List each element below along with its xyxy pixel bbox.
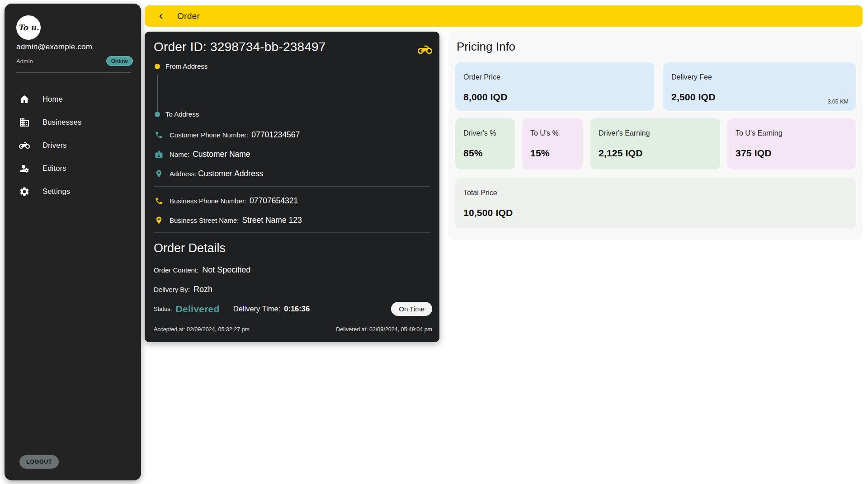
card-label: Delivery Fee [671, 73, 847, 81]
distance-note: 3.05 KM [827, 99, 849, 105]
pricing-panel: Pricing Info Order Price 8,000 IQD Deliv… [448, 31, 862, 240]
phone-icon [155, 197, 163, 205]
delivery-time-label: Delivery Time: [233, 305, 281, 313]
home-icon [19, 94, 30, 105]
delivered-at-text: Delivered at: 02/09/2024, 05:49:04 pm [336, 326, 432, 333]
logout-button[interactable]: LOGOUT [19, 455, 59, 469]
sidebar-item-drivers[interactable]: Drivers [5, 134, 141, 157]
card-label: Order Price [463, 73, 645, 81]
location-pin-icon [155, 169, 163, 178]
sidebar-item-settings[interactable]: Settings [5, 180, 141, 203]
sidebar-nav: Home Businesses Drivers Editors Settings [5, 88, 141, 203]
order-content-value: Not Specified [202, 265, 250, 275]
order-content-label: Order Content: [154, 266, 198, 274]
pricing-title: Pricing Info [457, 40, 515, 54]
badge-icon [155, 150, 163, 159]
delivery-time-value: 0:16:36 [284, 305, 310, 313]
from-address-row: From Address [155, 62, 208, 70]
card-label: Driver's % [463, 129, 506, 137]
customer-phone-label: Customer Phone Number: [170, 131, 248, 139]
card-value: 2,125 IQD [599, 148, 711, 159]
from-address-label: From Address [165, 62, 208, 70]
person-gear-icon [19, 163, 30, 174]
driver-percent-card: Driver's % 85% [455, 118, 515, 169]
sidebar-item-label: Editors [42, 164, 66, 173]
card-value: 85% [463, 148, 506, 159]
card-value: 2,500 IQD [671, 92, 847, 103]
building-icon [19, 117, 30, 128]
delivery-fee-card: Delivery Fee 2,500 IQD 3.05 KM [663, 62, 856, 111]
business-street-value: Street Name 123 [242, 216, 302, 225]
on-time-badge: On Time [391, 302, 432, 316]
back-button[interactable] [155, 10, 167, 23]
business-phone-value: 07707654321 [250, 196, 298, 206]
logo-text: To u. [18, 23, 39, 32]
business-phone-label: Business Phone Number: [170, 197, 246, 205]
order-details-title: Order Details [154, 241, 226, 255]
tou-earning-card: To U's Earning 375 IQD [727, 118, 856, 169]
sidebar-divider [16, 72, 131, 73]
card-label: To U's % [530, 129, 574, 137]
sidebar-item-label: Drivers [42, 141, 67, 150]
to-address-row: To Address [155, 110, 199, 118]
customer-address-label: Address: [170, 170, 196, 178]
timestamps-row: Accepted at: 02/09/2024, 05:32:27 pm Del… [154, 326, 432, 333]
customer-name-row: Name: Customer Name [155, 148, 250, 160]
phone-icon [155, 131, 163, 139]
card-value: 15% [530, 148, 574, 159]
delivery-by-label: Delivery By: [154, 286, 190, 293]
order-id-value: 3298734-bb-238497 [210, 40, 326, 54]
status-row: Status: Delivered Delivery Time: 0:16:36… [154, 302, 432, 316]
status-label: Status: [154, 305, 172, 312]
gear-icon [19, 186, 30, 197]
divider [154, 186, 430, 187]
to-address-dot-icon [155, 112, 160, 117]
business-street-row: Business Street Name: Street Name 123 [155, 214, 302, 226]
divider [154, 232, 430, 233]
card-value: 8,000 IQD [463, 92, 645, 103]
sidebar-item-label: Businesses [42, 118, 81, 127]
sidebar: To u. admin@example.com Admin Online Hom… [5, 4, 141, 480]
business-street-label: Business Street Name: [170, 216, 239, 224]
sidebar-item-businesses[interactable]: Businesses [5, 111, 141, 134]
sidebar-item-editors[interactable]: Editors [5, 157, 141, 180]
chevron-left-icon [157, 12, 165, 20]
order-id-title: Order ID: 3298734-bb-238497 [154, 40, 326, 54]
motorcycle-icon [19, 140, 30, 151]
sidebar-item-label: Home [42, 95, 63, 103]
card-value: 375 IQD [736, 148, 847, 159]
customer-name-value: Customer Name [193, 150, 250, 159]
delivery-by-value: Rozh [193, 285, 212, 294]
order-content-row: Order Content: Not Specified [154, 265, 250, 275]
user-role: Admin [16, 58, 33, 65]
user-email: admin@example.com [16, 42, 92, 52]
accepted-at-text: Accepted at: 02/09/2024, 05:32:27 pm [154, 326, 250, 333]
sidebar-item-home[interactable]: Home [5, 88, 141, 111]
location-pin-icon [155, 216, 163, 225]
order-price-card: Order Price 8,000 IQD [455, 62, 654, 111]
from-address-dot-icon [155, 64, 160, 69]
tou-percent-card: To U's % 15% [522, 118, 583, 169]
customer-phone-row: Customer Phone Number: 07701234567 [155, 129, 300, 141]
customer-name-label: Name: [170, 150, 189, 158]
business-phone-row: Business Phone Number: 07707654321 [155, 195, 298, 207]
customer-phone-value: 07701234567 [251, 130, 300, 140]
total-price-card: Total Price 10,500 IQD [455, 178, 856, 228]
topbar: Order [145, 5, 863, 27]
card-value: 10,500 IQD [463, 207, 847, 218]
order-id-label: Order ID: [154, 40, 207, 54]
app-logo: To u. [16, 15, 41, 40]
customer-address-row: Address: Customer Address [155, 168, 263, 179]
customer-address-value: Customer Address [198, 169, 263, 179]
status-value: Delivered [175, 304, 219, 315]
sidebar-item-label: Settings [42, 187, 70, 196]
route-line [157, 75, 158, 112]
card-label: Driver's Earning [599, 129, 711, 137]
card-label: Total Price [463, 189, 847, 197]
to-address-label: To Address [165, 110, 199, 118]
motorcycle-icon [418, 42, 432, 57]
delivery-by-row: Delivery By: Rozh [154, 285, 212, 294]
card-label: To U's Earning [736, 129, 847, 137]
status-badge: Online [106, 56, 133, 66]
driver-earning-card: Driver's Earning 2,125 IQD [590, 118, 720, 169]
